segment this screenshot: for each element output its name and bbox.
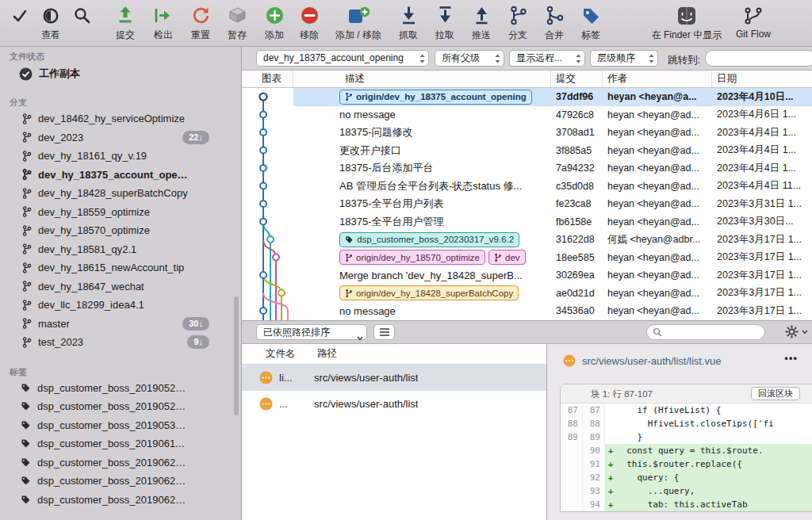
file-row[interactable]: li... src/views/user-auth/list <box>242 365 546 391</box>
changed-files-panel: 文件名 路径 li... src/views/user-auth/list ..… <box>242 344 547 520</box>
sidebar-item-branch[interactable]: test_20239↓ <box>0 333 241 352</box>
column-header-commit[interactable]: 提交 <box>551 71 603 87</box>
commit-date: 2023年4月4日 1... <box>712 162 807 175</box>
remote-filter-select[interactable]: 显示远程... <box>509 50 585 67</box>
commit-author: 何嫣 <heyan@adbr... <box>603 233 712 247</box>
more-options-button[interactable]: ••• <box>784 352 798 364</box>
toolbar-git-flow[interactable]: Git Flow <box>733 2 774 40</box>
parents-filter-select[interactable]: 所有父级 <box>435 50 504 67</box>
commit-author: heyan <heyan@ad... <box>603 288 712 299</box>
commit-row[interactable]: dsp_customer_boss_20230317_v9.6.2 31622d… <box>293 231 812 249</box>
sidebar-scrollbar[interactable] <box>234 296 239 415</box>
toolbar-label: Git Flow <box>733 29 774 40</box>
settings-button[interactable] <box>784 324 808 339</box>
file-row[interactable]: ... src/views/user-auth/list <box>242 391 546 417</box>
toolbar-commit[interactable]: 提交 <box>106 2 144 42</box>
checkout-icon <box>153 5 174 26</box>
sidebar-item-branch[interactable]: dev_hy_18615_newAccount_tip <box>0 258 241 277</box>
toolbar-remove[interactable]: 移除 <box>292 2 327 42</box>
pull-count-badge: 22↓ <box>182 131 209 144</box>
revert-hunk-button[interactable]: 回滚区块 <box>751 387 800 400</box>
commit-row[interactable]: 18375-全平台用户列表 fe23ca8 heyan <heyan@ad...… <box>293 195 812 213</box>
sidebar-item-tag[interactable]: dsp_customer_boss_20190627_v4.0.2 <box>0 491 241 510</box>
sort-order-select[interactable]: 已依照路径排序 <box>256 324 367 340</box>
commit-row[interactable]: 18375-全平台用户管理 fb6158e heyan <heyan@ad...… <box>293 213 812 231</box>
diff-sign <box>605 430 616 444</box>
sidebar-item-branch[interactable]: dev_hy_18428_superBatchCopy <box>0 184 241 203</box>
column-header-description[interactable]: 描述 <box>293 71 551 87</box>
commit-row[interactable]: 18375-问题修改 3708ad1 heyan <heyan@ad... 20… <box>293 124 812 142</box>
column-header-author[interactable]: 作者 <box>603 71 712 87</box>
sidebar-item-branch[interactable]: dev_hy_18570_optimize <box>0 221 241 240</box>
sidebar-item-label: dev_hy_18570_optimize <box>38 224 150 236</box>
column-header-graph[interactable]: 图表 <box>242 71 293 87</box>
sidebar-item-tag[interactable]: dsp_customer_boss_20190625_v4.0.1 <box>0 472 241 491</box>
ref-label: dsp_customer_boss_20230317_v9.6.2 <box>357 235 514 244</box>
pull-count-badge: 30↓ <box>182 317 209 331</box>
sidebar-item-branch[interactable]: dev_hy_18161_qy_v.19 <box>0 147 241 166</box>
new-line-number: 88 <box>583 417 605 430</box>
column-header-date[interactable]: 日期 <box>712 71 812 87</box>
diff-file-path: src/views/user-auth/list/list.vue <box>582 355 722 367</box>
list-view-icon <box>379 327 390 337</box>
column-header-filename[interactable]: 文件名 <box>242 347 317 361</box>
toolbar-reset[interactable]: 重置 <box>182 2 219 42</box>
order-filter-value: 层级顺序 <box>597 52 635 63</box>
commit-row[interactable]: AB 管理后台全平台列表-状态status 修... c35d0d8 heyan… <box>293 178 812 196</box>
sidebar-item-branch[interactable]: dev_18462_hy_serviceOptimize <box>0 109 241 128</box>
sidebar-item-tag[interactable]: dsp_customer_boss_20190624_v4.0.0 <box>0 453 241 472</box>
diff-sign: + <box>605 498 616 511</box>
sidebar-item-tag[interactable]: dsp_customer_boss_20190524_v3... <box>0 397 241 416</box>
file-name: ... <box>279 398 314 410</box>
sidebar-item-branch[interactable]: master30↓ <box>0 315 241 334</box>
branch-icon <box>345 253 353 262</box>
sidebar-item-working-copy[interactable]: 工作副本 <box>0 63 241 84</box>
chevron-updown-icon <box>419 53 426 67</box>
sidebar-item-tag[interactable]: dsp_customer_boss_20190530_v3... <box>0 416 241 435</box>
toolbar-tag[interactable]: 标签 <box>573 2 609 42</box>
sidebar-item-branch[interactable]: dev_hy_18559_optimize <box>0 203 241 222</box>
commit-table-header: 图表 描述 提交 作者 日期 <box>242 71 812 88</box>
commit-row[interactable]: no message 47926c8 heyan <heyan@ad... 20… <box>293 106 812 124</box>
order-filter-select[interactable]: 层级顺序 <box>590 50 658 67</box>
sidebar-item-branch[interactable]: dev_hy_18647_wechat <box>0 277 241 296</box>
sidebar-item-branch[interactable]: dev_202322↓ <box>0 128 241 147</box>
sidebar-item-label: dev_2023 <box>38 132 83 143</box>
merge-icon <box>545 5 565 26</box>
commit-row[interactable]: origin/dev_hy_18570_optimizedev 18ee585 … <box>293 249 812 267</box>
toolbar-merge[interactable]: 合并 <box>536 2 573 42</box>
new-line-number: 90 <box>583 444 605 457</box>
sidebar-item-tag[interactable]: dsp_customer_boss_20190523_v3... <box>0 379 241 398</box>
branch-filter-select[interactable]: dev_hy_18375_account_opening <box>256 50 429 67</box>
sidebar-item-branch-current[interactable]: dev_hy_18375_account_opening <box>0 166 241 185</box>
column-header-path[interactable]: 路径 <box>317 347 337 361</box>
toolbar-branch[interactable]: 分支 <box>500 2 536 42</box>
branch-icon <box>22 113 32 124</box>
commit-row[interactable]: 18375-后台添加平台 7a94232 heyan <heyan@ad... … <box>293 159 812 178</box>
toolbar-pull[interactable]: 拉取 <box>427 2 463 42</box>
toolbar-label: 标签 <box>573 29 609 42</box>
toolbar-fetch[interactable]: 抓取 <box>390 2 427 42</box>
branch-icon <box>22 243 32 254</box>
commit-row[interactable]: origin/dev_hy_18428_superBatchCopy ae0d2… <box>293 285 812 303</box>
jump-to-input[interactable] <box>705 50 812 67</box>
commit-row[interactable]: 更改开户接口 3f885a5 heyan <heyan@ad... 2023年4… <box>293 142 812 160</box>
toolbar-stash[interactable]: 暂存 <box>219 2 255 42</box>
toolbar-add-remove[interactable]: 添加 / 移除 <box>327 2 390 42</box>
toolbar-show-in-finder[interactable]: 在 Finder 中显示 <box>641 2 733 42</box>
sidebar-item-tag[interactable]: dsp_customer_boss_20190611_v3... <box>0 434 241 453</box>
commit-row[interactable]: Merge branch 'dev_hy_18428_superB... 302… <box>293 266 812 285</box>
commit-row[interactable]: origin/dev_hy_18375_account_opening 37dd… <box>293 88 812 106</box>
sidebar-item-branch[interactable]: dev_hy_18581_qy2.1 <box>0 240 241 259</box>
toolbar-checkout[interactable]: 检出 <box>144 2 182 42</box>
search-input[interactable] <box>646 324 765 340</box>
toolbar-add[interactable]: 添加 <box>257 2 292 42</box>
sidebar-item-label: dev_hy_18615_newAccount_tip <box>38 262 184 273</box>
toolbar-push[interactable]: 推送 <box>463 2 500 42</box>
commit-row[interactable]: no message 34536a0 heyan <heyan@ad... 20… <box>293 302 812 320</box>
sidebar-item-branch[interactable]: dev_llc_18299_idea4.1 <box>0 296 241 315</box>
ref-label: origin/dev_hy_18375_account_opening <box>356 92 527 101</box>
sidebar-item-label: dsp_customer_boss_20190530_v3... <box>37 419 188 431</box>
toolbar-view-group[interactable]: 查看 <box>3 2 98 42</box>
list-view-button[interactable] <box>373 324 395 340</box>
